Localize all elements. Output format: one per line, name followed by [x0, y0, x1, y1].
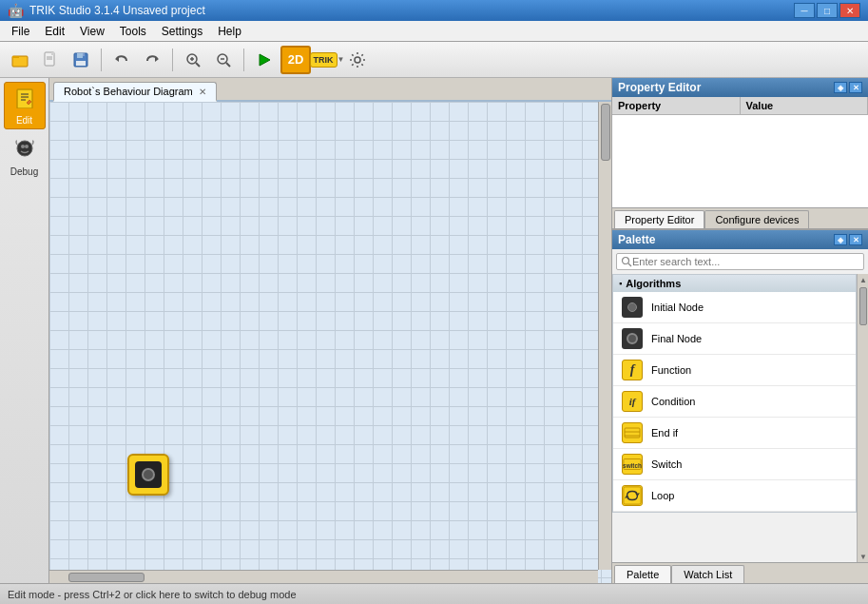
zoom-in-button[interactable] [179, 46, 207, 74]
content-area: Robot`s Behaviour Diagram ✕ [49, 78, 611, 583]
palette-item-switch[interactable]: switch Switch [613, 449, 856, 480]
debug-tool[interactable]: Debug [4, 133, 46, 181]
menu-help[interactable]: Help [210, 23, 249, 40]
svg-point-28 [623, 258, 629, 264]
svg-rect-3 [51, 52, 54, 55]
end-if-icon [621, 421, 644, 444]
open-file-button[interactable] [36, 46, 65, 74]
svg-point-26 [21, 145, 25, 148]
palette-item-label: Condition [651, 396, 695, 407]
redo-button[interactable] [138, 46, 166, 74]
tab-watch-list[interactable]: Watch List [671, 565, 744, 583]
palette-item-end-if[interactable]: End if [613, 418, 856, 449]
status-bar[interactable]: Edit mode - press Ctrl+2 or click here t… [0, 583, 868, 604]
value-col-header: Value [741, 97, 869, 114]
canvas-scrollbar-vertical[interactable] [598, 102, 611, 570]
open-folder-button[interactable] [6, 46, 34, 74]
debug-label: Debug [10, 166, 38, 177]
palette-float-button[interactable]: ◈ [834, 234, 847, 245]
tab-close-button[interactable]: ✕ [199, 87, 206, 97]
scroll-thumb-h[interactable] [68, 573, 145, 582]
menu-edit[interactable]: Edit [37, 23, 72, 40]
palette-item-label: End if [651, 427, 678, 438]
property-editor-close-button[interactable]: ✕ [849, 82, 862, 93]
svg-point-20 [355, 57, 360, 63]
menu-bar: File Edit View Tools Settings Help [0, 21, 868, 42]
tab-configure-devices[interactable]: Configure devices [704, 210, 809, 228]
toolbar: 2D TRIK ▼ [0, 42, 868, 78]
property-editor-title: Property Editor [618, 81, 701, 94]
menu-file[interactable]: File [4, 23, 37, 40]
scroll-down-button[interactable]: ▼ [858, 551, 868, 562]
property-editor-float-button[interactable]: ◈ [834, 82, 847, 93]
svg-rect-8 [83, 53, 85, 56]
minimize-button[interactable]: ─ [794, 3, 815, 18]
palette-item-function[interactable]: f Function [613, 355, 856, 386]
palette-item-condition[interactable]: if Condition [613, 386, 856, 418]
menu-tools[interactable]: Tools [112, 23, 154, 40]
save-button[interactable] [67, 46, 95, 74]
property-editor-titlebar: Property Editor ◈ ✕ [612, 78, 868, 97]
node-inner [135, 461, 162, 488]
scroll-up-button[interactable]: ▲ [858, 274, 868, 285]
search-box[interactable] [616, 253, 864, 270]
palette-item-label: Initial Node [651, 302, 704, 313]
zoom-out-button[interactable] [209, 46, 238, 74]
maximize-button[interactable]: □ [817, 3, 838, 18]
initial-node-canvas[interactable] [127, 454, 169, 496]
canvas-area[interactable] [49, 102, 611, 583]
edit-tool[interactable]: Edit [4, 82, 46, 129]
svg-line-18 [226, 63, 230, 67]
trik-button[interactable]: TRIK ▼ [313, 46, 341, 74]
svg-line-29 [628, 263, 631, 266]
separator-2 [172, 49, 173, 71]
settings-button[interactable] [343, 46, 372, 74]
main-area: Edit Debug Robot`s Behaviour Diagram ✕ [0, 78, 868, 583]
scroll-thumb-v[interactable] [601, 104, 610, 161]
svg-rect-1 [12, 56, 19, 58]
palette-item-initial-node[interactable]: Initial Node [613, 292, 856, 323]
canvas-scrollbar-horizontal[interactable] [49, 570, 598, 583]
property-table: Property Value [612, 97, 868, 207]
palette-bottom-tabs: Palette Watch List [612, 562, 868, 583]
property-editor-tabs: Property Editor Configure devices [612, 207, 868, 228]
palette-controls: ◈ ✕ [834, 234, 862, 245]
svg-rect-9 [76, 61, 86, 66]
tab-palette[interactable]: Palette [614, 565, 671, 583]
palette-scrollbar[interactable]: ▲ ▼ [857, 274, 868, 562]
palette-close-button[interactable]: ✕ [849, 234, 862, 245]
diagram-tab[interactable]: Robot`s Behaviour Diagram ✕ [53, 82, 217, 102]
palette-item-final-node[interactable]: Final Node [613, 323, 856, 355]
svg-point-25 [17, 141, 32, 156]
close-button[interactable]: ✕ [839, 3, 860, 18]
palette-item-label: Function [651, 364, 691, 376]
loop-icon [621, 484, 644, 507]
search-input[interactable] [632, 256, 859, 267]
palette-title: Palette [618, 233, 655, 246]
property-editor-panel: Property Editor ◈ ✕ Property Value Prope… [612, 78, 868, 230]
property-editor-controls: ◈ ✕ [834, 82, 862, 93]
palette-item-loop[interactable]: Loop [613, 480, 856, 512]
svg-rect-35 [624, 487, 641, 504]
edit-icon [13, 86, 36, 113]
run-button[interactable] [250, 46, 279, 74]
tab-property-editor[interactable]: Property Editor [614, 210, 704, 228]
tab-bar: Robot`s Behaviour Diagram ✕ [49, 78, 611, 102]
svg-line-15 [196, 63, 200, 67]
grid-canvas [49, 102, 611, 583]
algorithms-category: ▪ Algorithms Initial Node [612, 274, 857, 513]
2d-button[interactable]: 2D [280, 46, 311, 74]
category-header-algorithms[interactable]: ▪ Algorithms [613, 275, 856, 292]
function-icon: f [621, 359, 644, 381]
edit-label: Edit [16, 115, 32, 126]
undo-button[interactable] [107, 46, 136, 74]
app-title: TRIK Studio 3.1.4 Unsaved project [29, 4, 205, 17]
status-text: Edit mode - press Ctrl+2 or click here t… [8, 589, 297, 600]
palette-scroll-thumb[interactable] [859, 287, 867, 325]
menu-settings[interactable]: Settings [154, 23, 210, 40]
node-circle [142, 468, 155, 481]
palette-item-label: Loop [651, 490, 674, 501]
expand-icon: ▪ [619, 279, 622, 288]
menu-view[interactable]: View [72, 23, 112, 40]
left-sidebar: Edit Debug [0, 78, 49, 583]
